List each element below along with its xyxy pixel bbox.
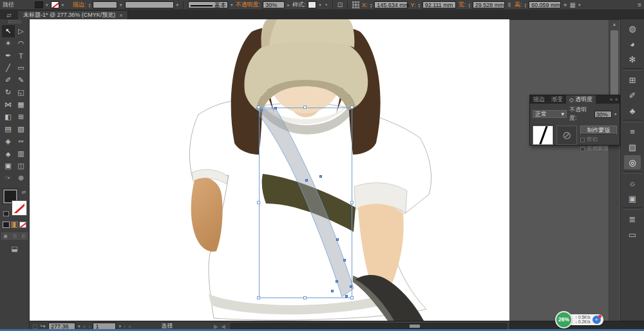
width-profile-dropdown-icon[interactable]: ▾ — [176, 3, 179, 8]
clip-checkbox-row[interactable]: 剪切 — [580, 136, 617, 144]
step-down-icon[interactable]: ▾ — [370, 5, 372, 8]
width-profile-field[interactable] — [125, 1, 174, 8]
anchor-point[interactable] — [305, 179, 308, 182]
adobe-color-panel-icon[interactable]: ✻ — [624, 52, 641, 66]
stroke-weight-dropdown-icon[interactable]: ▾ — [120, 3, 122, 8]
align-dropdown-icon[interactable]: ▾ — [578, 3, 581, 8]
x-label[interactable]: X: — [362, 2, 368, 8]
artboard-dropdown-icon[interactable]: ▾ — [118, 324, 121, 329]
tab-scroll-icon[interactable]: ⇄ — [0, 11, 18, 19]
graphic-styles-panel-icon[interactable]: ▣ — [624, 191, 641, 205]
step-down-icon[interactable]: ▾ — [418, 5, 420, 8]
appearance-panel-icon[interactable]: ☼ — [624, 176, 641, 190]
document-setup-icon[interactable]: ◔ — [324, 1, 328, 8]
stroke-weight-label[interactable]: 描边: — [73, 1, 86, 9]
width-field[interactable]: 29.528 mm — [473, 1, 505, 8]
draw-normal-icon[interactable]: ▣ — [1, 232, 10, 240]
net-speed-percent-badge[interactable]: 26% — [555, 311, 573, 328]
gradient-button[interactable] — [11, 222, 18, 228]
anchor-point[interactable] — [336, 280, 338, 283]
zoom-tool[interactable]: ⊕ — [15, 172, 28, 184]
stroke-panel-icon[interactable]: ≡ — [624, 124, 641, 138]
y-label[interactable]: Y: — [410, 2, 415, 8]
transparency-panel-icon[interactable]: ◎ — [624, 155, 641, 169]
color-button[interactable] — [3, 222, 10, 228]
draw-behind-icon[interactable]: ◳ — [10, 232, 19, 240]
selection-handle[interactable] — [350, 106, 354, 109]
panel-expand-icon[interactable]: » — [610, 97, 612, 102]
preferences-icon[interactable]: ⊡ — [337, 1, 343, 8]
invert-mask-checkbox[interactable] — [580, 147, 585, 151]
magic-wand-tool[interactable]: ✶ — [2, 37, 15, 50]
selection-tool[interactable]: ↖ — [2, 25, 15, 37]
prev-artboard-icon[interactable]: ‹ — [88, 323, 90, 330]
opacity-field[interactable]: 30% — [263, 1, 285, 8]
screen-mode-icon[interactable]: ⬓ — [11, 245, 17, 253]
selection-handle[interactable] — [350, 296, 354, 299]
slice-tool[interactable]: ◫ — [15, 160, 28, 172]
type-tool[interactable]: T — [15, 50, 28, 62]
step-down-icon[interactable]: ▾ — [524, 5, 526, 8]
link-dimensions-icon[interactable]: ∞ — [506, 3, 513, 7]
first-artboard-icon[interactable]: « — [82, 323, 86, 330]
selection-handle[interactable] — [350, 201, 354, 204]
close-document-icon[interactable]: × — [119, 12, 122, 19]
shape-builder-tool[interactable]: ◧ — [2, 111, 15, 123]
rotate-tool[interactable]: ↻ — [2, 86, 15, 99]
blend-mode-select[interactable]: 正常▾ — [533, 110, 567, 118]
object-thumbnail[interactable] — [533, 126, 553, 145]
default-fill-stroke-icon[interactable] — [3, 211, 9, 216]
x-field[interactable]: 145.634 mm — [374, 1, 408, 8]
vertical-scroll-thumb[interactable] — [611, 30, 618, 101]
brushes-panel-icon[interactable]: ✐ — [624, 88, 641, 102]
stroke-proxy[interactable] — [12, 201, 26, 215]
zoom-dropdown-icon[interactable]: ▾ — [78, 324, 80, 329]
reference-point-locator[interactable] — [352, 1, 359, 8]
horizontal-scrollbar[interactable] — [231, 323, 507, 329]
paintbrush-tool[interactable]: ✐ — [2, 74, 15, 86]
fill-dropdown-icon[interactable]: ▾ — [46, 3, 48, 8]
lasso-tool[interactable]: ◠ — [15, 37, 28, 50]
symbol-sprayer-tool[interactable]: ♣ — [2, 147, 15, 160]
anchor-point[interactable] — [260, 109, 263, 111]
anchor-point[interactable] — [345, 295, 348, 298]
free-transform-tool[interactable]: ▦ — [15, 99, 28, 111]
draw-inside-icon[interactable]: ◰ — [19, 232, 28, 240]
anchor-point[interactable] — [274, 107, 277, 109]
horizontal-scroll-thumb[interactable] — [410, 325, 420, 328]
swap-fill-stroke-icon[interactable]: ⇄ — [22, 189, 26, 195]
layers-panel-icon[interactable]: ≣ — [624, 212, 641, 226]
net-speed-widget[interactable]: 26% ↑ 0.5K/s ↓ 0.2K/s + — [555, 310, 603, 328]
y-stepper[interactable]: ▴▾ — [418, 3, 420, 8]
hand-tool[interactable]: ☞ — [2, 172, 15, 184]
scroll-left-pair-icon[interactable]: ▶ — [214, 323, 218, 330]
anchor-point[interactable] — [336, 238, 339, 241]
perspective-grid-tool[interactable]: ⊞ — [15, 111, 28, 123]
height-stepper[interactable]: ▴▾ — [524, 3, 526, 8]
selection-handle[interactable] — [303, 296, 307, 299]
anchor-point[interactable] — [350, 285, 352, 288]
color-guide-panel-icon[interactable]: ◕ — [624, 37, 641, 51]
pen-tool[interactable]: ✒ — [2, 50, 15, 62]
vertical-scrollbar[interactable]: ▲ — [609, 20, 620, 321]
fill-color-swatch[interactable] — [35, 1, 43, 8]
pencil-tool[interactable]: ✎ — [15, 74, 28, 86]
make-mask-button[interactable]: 制作蒙版 — [580, 126, 617, 135]
stroke-color-swatch[interactable] — [51, 1, 59, 8]
tab-stroke[interactable]: 描边 — [530, 95, 548, 104]
panel-opacity-spinner-icon[interactable]: ▸ — [614, 111, 617, 117]
column-graph-tool[interactable]: ▥ — [15, 147, 28, 160]
selection-handle[interactable] — [257, 201, 260, 204]
width-stepper[interactable]: ▴▾ — [468, 3, 470, 8]
scroll-right-pair-icon[interactable]: ◀ — [221, 323, 225, 330]
transform-again-icon[interactable]: ⌖ — [564, 1, 567, 9]
panel-drag-handle[interactable] — [8, 21, 21, 23]
collapse-control-bar-icon[interactable]: ≡ — [638, 1, 641, 8]
align-menu-icon[interactable]: ▦ — [570, 1, 576, 8]
artboards-panel-icon[interactable]: ▭ — [624, 227, 641, 241]
brush-definition-field[interactable]: 基本 — [188, 1, 228, 8]
scale-tool[interactable]: ◱ — [15, 86, 28, 99]
height-label[interactable]: 高: — [515, 1, 522, 9]
left-arm-shape[interactable] — [191, 178, 223, 252]
eyedropper-tool[interactable]: ◈ — [2, 135, 15, 147]
